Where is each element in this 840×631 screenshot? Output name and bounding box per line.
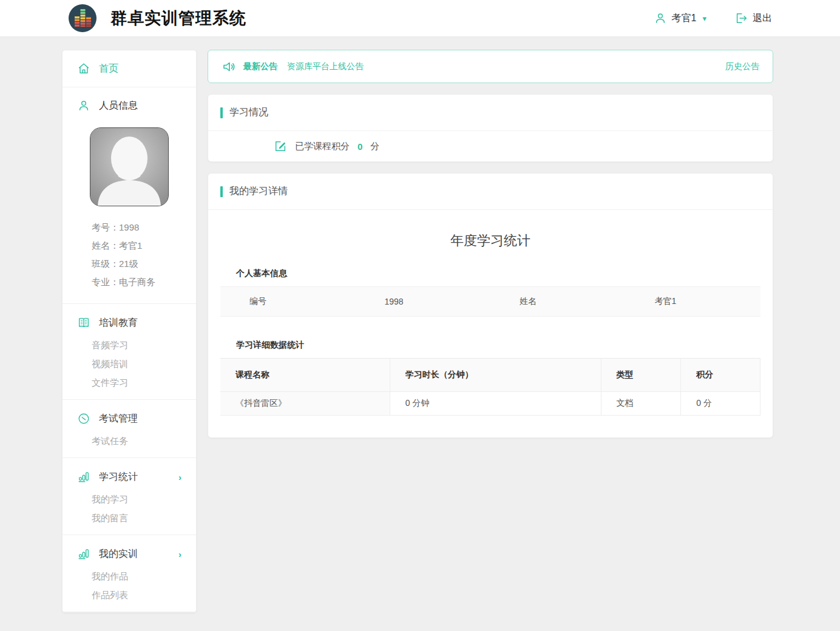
column-header-duration: 学习时长（分钟） — [390, 359, 601, 392]
sidebar-subitem-my-study[interactable]: 我的学习 — [92, 490, 196, 508]
basic-info-label: 编号 — [220, 296, 356, 307]
sidebar-group-exam: 考试管理 考试任务 — [63, 400, 196, 458]
basic-info-row: 编号 1998 姓名 考官1 — [220, 286, 760, 317]
sidebar-group-study-stats: 学习统计 › 我的学习 我的留言 — [63, 458, 196, 535]
page-title: 群卓实训管理系统 — [110, 7, 246, 29]
sidebar-item-training[interactable]: 培训教育 — [63, 311, 196, 334]
sidebar-sublist: 音频学习 视频培训 文件学习 — [63, 334, 196, 393]
sidebar-group-label: 我的实训 — [99, 548, 138, 561]
profile-field: 专业：电子商务 — [92, 273, 190, 291]
study-status-panel: 学习情况 已学课程积分 0 分 — [208, 94, 773, 162]
basic-info-value: 考官1 — [626, 296, 761, 307]
score-label: 已学课程积分 — [295, 141, 350, 152]
table-header-row: 课程名称 学习时长（分钟） 类型 积分 — [220, 359, 760, 392]
panel-header: 我的学习详情 — [208, 174, 773, 210]
announcement-bar: 最新公告 资源库平台上线公告 历史公告 — [208, 50, 773, 83]
panel-title: 学习情况 — [229, 106, 268, 119]
sidebar-item-home[interactable]: 首页 — [63, 50, 196, 87]
profile-fields: 考号：1998 姓名：考官1 班级：21级 专业：电子商务 — [63, 216, 196, 304]
sidebar-item-study-stats[interactable]: 学习统计 › — [63, 465, 196, 488]
panel-title: 我的学习详情 — [229, 185, 288, 198]
column-header-score: 积分 — [681, 359, 760, 392]
score-row: 已学课程积分 0 分 — [208, 131, 773, 161]
column-header-type: 类型 — [601, 359, 681, 392]
sidebar-subitem-video[interactable]: 视频培训 — [92, 354, 196, 373]
chevron-right-icon: › — [178, 472, 181, 482]
study-detail-table: 课程名称 学习时长（分钟） 类型 积分 《抖音雷区》 0 分钟 文档 0 分 — [220, 358, 760, 416]
chevron-right-icon: › — [178, 549, 181, 559]
main-content: 最新公告 资源库平台上线公告 历史公告 学习情况 已学课程积分 0 分 — [208, 50, 773, 438]
app-logo-icon — [68, 4, 97, 33]
chevron-down-icon: ▾ — [702, 14, 706, 23]
profile-field: 班级：21级 — [92, 255, 190, 273]
score-unit: 分 — [370, 141, 379, 152]
sidebar-sublist: 我的学习 我的留言 — [63, 488, 196, 528]
user-icon — [654, 12, 667, 25]
person-icon — [77, 99, 90, 112]
panel-header: 学习情况 — [208, 95, 773, 131]
edit-icon — [274, 140, 287, 153]
profile-field: 考号：1998 — [92, 218, 190, 237]
sidebar-group-my-practice: 我的实训 › 我的作品 作品列表 — [63, 535, 196, 612]
sidebar-subitem-my-works[interactable]: 我的作品 — [92, 567, 196, 585]
bar-chart-icon — [77, 547, 90, 561]
user-name: 考官1 — [672, 12, 697, 25]
cell-type: 文档 — [601, 392, 681, 416]
history-announcements-link[interactable]: 历史公告 — [725, 61, 759, 72]
sidebar-group-training: 培训教育 音频学习 视频培训 文件学习 — [63, 304, 196, 400]
logout-button[interactable]: 退出 — [734, 12, 772, 25]
page-footer: 版权所有 ©Copyright 2009 - 2020. 56sucai.com… — [0, 613, 840, 631]
basic-info-title: 个人基本信息 — [220, 268, 760, 279]
sidebar-subitem-file[interactable]: 文件学习 — [92, 373, 196, 392]
announcement-label: 最新公告 — [243, 61, 277, 72]
user-menu[interactable]: 考官1 ▾ — [654, 12, 706, 25]
speaker-icon — [222, 59, 236, 74]
clock-icon — [77, 412, 90, 425]
column-header-course: 课程名称 — [220, 359, 390, 392]
sidebar-sublist: 我的作品 作品列表 — [63, 565, 196, 606]
sidebar-group-label: 考试管理 — [99, 413, 138, 425]
table-row: 《抖音雷区》 0 分钟 文档 0 分 — [220, 392, 760, 416]
study-detail-panel: 我的学习详情 年度学习统计 个人基本信息 编号 1998 姓名 考官1 学习详细… — [208, 173, 773, 438]
sidebar-group-label: 学习统计 — [99, 471, 138, 484]
sidebar-item-label: 人员信息 — [99, 100, 138, 112]
sidebar-group-label: 培训教育 — [99, 317, 138, 329]
sidebar-subitem-audio[interactable]: 音频学习 — [92, 336, 196, 354]
cell-duration: 0 分钟 — [390, 392, 601, 416]
sidebar-sublist: 考试任务 — [63, 430, 196, 451]
basic-info-value: 1998 — [356, 297, 491, 306]
accent-tick — [220, 107, 223, 118]
sidebar-subitem-my-message[interactable]: 我的留言 — [92, 508, 196, 527]
announcement-link[interactable]: 资源库平台上线公告 — [287, 61, 364, 72]
avatar — [90, 127, 169, 206]
sidebar-item-profile[interactable]: 人员信息 — [63, 87, 196, 124]
score-value: 0 — [357, 141, 362, 152]
accent-tick — [220, 186, 223, 197]
sidebar-item-my-practice[interactable]: 我的实训 › — [63, 542, 196, 565]
sidebar: 首页 人员信息 — [62, 50, 197, 613]
home-icon — [77, 62, 90, 75]
sidebar-item-exam[interactable]: 考试管理 — [63, 407, 196, 430]
sidebar-item-label: 首页 — [99, 62, 118, 75]
annual-study-title: 年度学习统计 — [220, 210, 760, 268]
sidebar-subitem-exam-task[interactable]: 考试任务 — [92, 431, 196, 450]
logout-icon — [734, 12, 748, 25]
cell-score: 0 分 — [681, 392, 760, 416]
detail-table-title: 学习详细数据统计 — [220, 340, 760, 351]
logout-label: 退出 — [753, 12, 772, 25]
basic-info-label: 姓名 — [490, 296, 626, 307]
sidebar-subitem-works-list[interactable]: 作品列表 — [92, 585, 196, 604]
top-header: 群卓实训管理系统 考官1 ▾ 退出 — [0, 0, 840, 36]
book-icon — [77, 316, 90, 329]
avatar-container — [63, 124, 196, 216]
cell-course-name: 《抖音雷区》 — [220, 392, 390, 416]
profile-field: 姓名：考官1 — [92, 237, 190, 255]
bar-chart-icon — [77, 470, 90, 484]
